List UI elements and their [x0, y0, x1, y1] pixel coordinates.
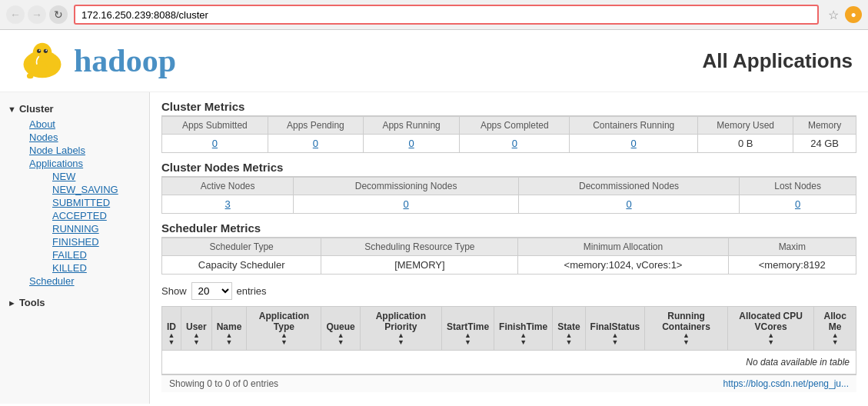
- sidebar-cluster-links: About Nodes Node Labels Applications NEW…: [0, 118, 149, 288]
- col-memory-used: Memory Used: [698, 117, 793, 135]
- col-memory: Memory: [793, 117, 856, 135]
- entries-select[interactable]: 10 20 25 50 100: [191, 282, 232, 300]
- apps-col-state[interactable]: State ▲▼: [553, 307, 585, 351]
- col-containers-running: Containers Running: [570, 117, 698, 135]
- val-memory: 24 GB: [793, 135, 856, 153]
- sidebar-item-nodes[interactable]: Nodes: [23, 131, 149, 144]
- apps-col-id[interactable]: ID ▲▼: [162, 307, 181, 351]
- col-decommissioned-nodes: Decommissioned Nodes: [518, 178, 739, 195]
- sidebar-item-new[interactable]: NEW: [46, 170, 149, 183]
- col-apps-running: Apps Running: [364, 117, 460, 135]
- apps-col-user[interactable]: User ▲▼: [181, 307, 212, 351]
- no-data-message: No data available in table: [162, 351, 856, 374]
- apps-col-priority[interactable]: Application Priority ▲▼: [360, 307, 441, 351]
- svg-point-6: [27, 73, 34, 78]
- refresh-button[interactable]: ↻: [49, 5, 68, 24]
- extension-icon: ●: [845, 6, 862, 23]
- sidebar-item-running[interactable]: RUNNING: [46, 222, 149, 235]
- svg-point-7: [39, 50, 41, 52]
- val-containers-running[interactable]: 0: [570, 135, 698, 153]
- show-label: Show: [161, 285, 187, 297]
- sidebar-item-new-saving[interactable]: NEW_SAVING: [46, 183, 149, 196]
- col-apps-completed: Apps Completed: [460, 117, 570, 135]
- no-data-row: No data available in table: [162, 351, 856, 374]
- cluster-metrics-table: Apps Submitted Apps Pending Apps Running…: [161, 116, 856, 153]
- apps-col-queue[interactable]: Queue ▲▼: [321, 307, 360, 351]
- apps-col-final-status[interactable]: FinalStatus ▲▼: [585, 307, 645, 351]
- val-decommissioning-nodes[interactable]: 0: [294, 195, 519, 214]
- content-area: Cluster Metrics Apps Submitted Apps Pend…: [150, 92, 868, 404]
- apps-col-finish-time[interactable]: FinishTime ▲▼: [494, 307, 553, 351]
- back-button[interactable]: ←: [6, 5, 25, 24]
- header: hadoop All Applications: [0, 30, 868, 92]
- main-area: ▼ Cluster About Nodes Node Labels Applic…: [0, 92, 868, 404]
- entries-label: entries: [237, 285, 267, 297]
- sidebar-cluster-title[interactable]: ▼ Cluster: [0, 100, 149, 118]
- val-lost-nodes[interactable]: 0: [740, 195, 856, 214]
- sidebar-item-failed[interactable]: FAILED: [46, 248, 149, 261]
- sidebar-item-finished[interactable]: FINISHED: [46, 235, 149, 248]
- show-entries-bar: Show 10 20 25 50 100 entries: [161, 282, 856, 300]
- apps-col-alloc-mem[interactable]: Alloc Me ▲▼: [814, 307, 856, 351]
- bookmark-icon[interactable]: ☆: [828, 8, 839, 22]
- footer-status-url[interactable]: https://blog.csdn.net/peng_ju...: [723, 378, 849, 389]
- val-apps-completed[interactable]: 0: [460, 135, 570, 153]
- sidebar-item-accepted[interactable]: ACCEPTED: [46, 209, 149, 222]
- cluster-nodes-row: 3 0 0 0: [162, 195, 856, 214]
- val-scheduling-resource: [MEMORY]: [321, 256, 518, 275]
- apps-col-app-type[interactable]: Application Type ▲▼: [247, 307, 321, 351]
- svg-point-4: [37, 49, 41, 53]
- val-apps-running[interactable]: 0: [364, 135, 460, 153]
- col-scheduler-type: Scheduler Type: [162, 238, 321, 256]
- applications-table: ID ▲▼ User ▲▼ Name ▲▼ Application Type: [161, 306, 856, 374]
- val-active-nodes[interactable]: 3: [162, 195, 294, 214]
- svg-point-8: [45, 50, 47, 52]
- sidebar: ▼ Cluster About Nodes Node Labels Applic…: [0, 92, 150, 404]
- sidebar-item-node-labels[interactable]: Node Labels: [23, 144, 149, 157]
- val-apps-pending[interactable]: 0: [268, 135, 363, 153]
- apps-col-cpu-vcores[interactable]: Allocated CPU VCores ▲▼: [727, 307, 813, 351]
- sidebar-item-applications[interactable]: Applications: [23, 157, 149, 170]
- footer-bar: Showing 0 to 0 of 0 entries https://blog…: [161, 374, 856, 392]
- sidebar-tools-section: ► Tools: [0, 294, 149, 311]
- col-decommissioning-nodes: Decommissioning Nodes: [294, 178, 519, 195]
- page: hadoop All Applications ▼ Cluster About …: [0, 30, 868, 404]
- col-apps-pending: Apps Pending: [268, 117, 363, 135]
- address-bar[interactable]: [74, 5, 819, 25]
- svg-point-5: [44, 49, 48, 53]
- sidebar-app-states: NEW NEW_SAVING SUBMITTED ACCEPTED RUNNIN…: [23, 170, 149, 275]
- cluster-arrow-icon: ▼: [8, 105, 16, 114]
- forward-button[interactable]: →: [28, 5, 46, 24]
- col-min-allocation: Minimum Allocation: [518, 238, 728, 256]
- val-min-allocation: <memory:1024, vCores:1>: [518, 256, 728, 275]
- hadoop-logo-text: hadoop: [74, 42, 176, 79]
- browser-chrome: ← → ↻ ☆ ●: [0, 0, 868, 30]
- tools-arrow-icon: ►: [8, 298, 16, 308]
- col-apps-submitted: Apps Submitted: [162, 117, 268, 135]
- cluster-metrics-row: 0 0 0 0 0 0 B 24 GB: [162, 135, 856, 153]
- sidebar-item-killed[interactable]: KILLED: [46, 261, 149, 275]
- val-scheduler-type: Capacity Scheduler: [162, 256, 321, 275]
- apps-col-running-containers[interactable]: Running Containers ▲▼: [645, 307, 728, 351]
- sidebar-tools-label: Tools: [19, 297, 45, 308]
- sidebar-cluster-section: ▼ Cluster About Nodes Node Labels Applic…: [0, 100, 149, 288]
- col-scheduling-resource: Scheduling Resource Type: [321, 238, 518, 256]
- sidebar-item-scheduler[interactable]: Scheduler: [23, 275, 149, 288]
- col-active-nodes: Active Nodes: [162, 178, 294, 195]
- cluster-metrics-title: Cluster Metrics: [161, 100, 856, 116]
- val-apps-submitted[interactable]: 0: [162, 135, 268, 153]
- sidebar-tools-title[interactable]: ► Tools: [0, 294, 149, 311]
- val-memory-used: 0 B: [698, 135, 793, 153]
- val-decommissioned-nodes[interactable]: 0: [518, 195, 739, 214]
- scheduler-metrics-table: Scheduler Type Scheduling Resource Type …: [161, 238, 856, 275]
- cluster-nodes-metrics-title: Cluster Nodes Metrics: [161, 161, 856, 177]
- elephant-icon: [15, 38, 69, 84]
- apps-col-name[interactable]: Name ▲▼: [211, 307, 247, 351]
- apps-col-start-time[interactable]: StartTime ▲▼: [441, 307, 494, 351]
- nav-buttons: ← → ↻: [6, 5, 68, 24]
- sidebar-item-submitted[interactable]: SUBMITTED: [46, 196, 149, 209]
- cluster-nodes-table: Active Nodes Decommissioning Nodes Decom…: [161, 177, 856, 214]
- col-lost-nodes: Lost Nodes: [740, 178, 856, 195]
- page-title: All Applications: [703, 49, 853, 73]
- sidebar-item-about[interactable]: About: [23, 118, 149, 131]
